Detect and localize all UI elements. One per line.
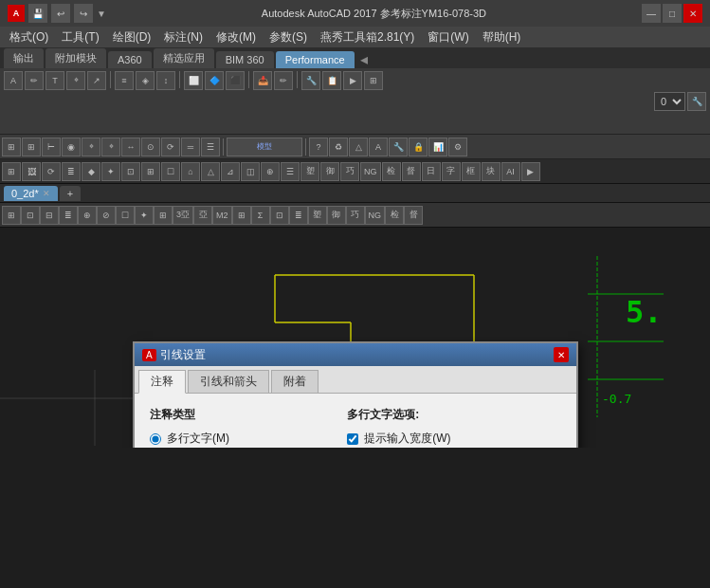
chk-prompt-width[interactable]: 提示输入宽度(W)	[347, 431, 561, 447]
tb2-19[interactable]: NG	[360, 162, 381, 181]
menu-modify[interactable]: 修改(M)	[210, 28, 262, 47]
minimize-btn[interactable]: —	[642, 4, 661, 23]
tb3-4[interactable]: ≣	[59, 206, 78, 225]
close-btn[interactable]: ✕	[683, 4, 702, 23]
tb2-25[interactable]: 块	[482, 162, 501, 181]
tab-more-btn[interactable]: ◂	[360, 50, 368, 68]
doc-tab-new[interactable]: +	[60, 186, 81, 201]
ribbon-btn-9[interactable]: ⬜	[184, 71, 203, 90]
menu-yanxiu[interactable]: 燕秀工具箱2.81(Y)	[315, 28, 420, 47]
canvas-area[interactable]: 5. -0.7 A 引线设置 ✕ 注释 引线和箭头 附着 注释类型	[0, 228, 710, 448]
radio-mtext-input[interactable]	[150, 433, 161, 445]
ribbon-btn-13[interactable]: ✏	[274, 71, 293, 90]
layer-select[interactable]: 0	[654, 92, 685, 111]
tb3-13[interactable]: ⊞	[232, 206, 251, 225]
ribbon-btn-14[interactable]: 🔧	[301, 71, 320, 90]
tb3-11[interactable]: 亞	[193, 206, 212, 225]
tb2-27[interactable]: ▶	[521, 162, 540, 181]
tb3-3[interactable]: ⊟	[40, 206, 59, 225]
menu-dimension[interactable]: 标注(N)	[158, 28, 209, 47]
ribbon-btn-12[interactable]: 📥	[253, 71, 272, 90]
tb2-23[interactable]: 字	[442, 162, 461, 181]
tb-qp[interactable]: ?	[309, 138, 328, 156]
tab-performance[interactable]: Performance	[276, 51, 355, 68]
menu-tools[interactable]: 工具(T)	[56, 28, 104, 47]
tb-ducs[interactable]: ⊙	[141, 138, 160, 156]
tb2-21[interactable]: 督	[402, 162, 421, 181]
tb2-17[interactable]: 御	[320, 162, 339, 181]
tab-a360[interactable]: A360	[108, 51, 152, 68]
layer-btn[interactable]: 🔧	[687, 92, 706, 111]
tb3-1[interactable]: ⊞	[2, 206, 21, 225]
tb3-14[interactable]: Σ	[251, 206, 270, 225]
tb2-2[interactable]: 🖼	[22, 162, 41, 181]
tb2-4[interactable]: ≣	[62, 162, 81, 181]
dialog-tab-annotation[interactable]: 注释	[138, 370, 186, 394]
tb-lw[interactable]: ═	[181, 138, 200, 156]
tb3-15[interactable]: ⊡	[270, 206, 289, 225]
tb-coord[interactable]: 模型	[227, 138, 302, 156]
tb2-5[interactable]: ◆	[82, 162, 100, 181]
dialog-close-button[interactable]: ✕	[554, 347, 569, 362]
tb2-13[interactable]: ◫	[241, 162, 260, 181]
tab-featured[interactable]: 精选应用	[154, 48, 214, 68]
tb3-19[interactable]: 巧	[346, 206, 365, 225]
tb-3dosnap[interactable]: ⌖	[101, 138, 120, 156]
tb-dyn[interactable]: ⟳	[161, 138, 180, 156]
tb2-6[interactable]: ✦	[101, 162, 120, 181]
tb3-8[interactable]: ✦	[135, 206, 154, 225]
ribbon-btn-10[interactable]: 🔷	[205, 71, 224, 90]
dialog-tab-leader-arrow[interactable]: 引线和箭头	[188, 370, 269, 393]
tb-unlock[interactable]: 🔒	[409, 138, 428, 156]
tb-ortho[interactable]: ⊢	[42, 138, 61, 156]
undo-btn[interactable]: ↩	[51, 4, 70, 23]
tb-grid[interactable]: ⊞	[22, 138, 41, 156]
tab-bim360[interactable]: BIM 360	[216, 51, 274, 68]
menu-format[interactable]: 格式(O)	[4, 28, 54, 47]
tb2-11[interactable]: △	[201, 162, 220, 181]
tb-snap[interactable]: ⊞	[2, 138, 21, 156]
tb3-10[interactable]: 3亞	[173, 206, 193, 225]
ribbon-btn-17[interactable]: ⊞	[364, 71, 383, 90]
menu-params[interactable]: 参数(S)	[264, 28, 313, 47]
ribbon-btn-6[interactable]: ≡	[115, 71, 134, 90]
tb-tp[interactable]: ☰	[201, 138, 220, 156]
tb2-20[interactable]: 检	[382, 162, 401, 181]
tb2-18[interactable]: 巧	[340, 162, 359, 181]
tb2-7[interactable]: ⊡	[121, 162, 140, 181]
tb2-10[interactable]: ⌂	[181, 162, 200, 181]
tb-polar[interactable]: ◉	[62, 138, 81, 156]
ribbon-btn-1[interactable]: A	[4, 71, 23, 90]
tb3-2[interactable]: ⊡	[21, 206, 40, 225]
tb-otrack[interactable]: ↔	[121, 138, 140, 156]
menu-draw[interactable]: 绘图(D)	[107, 28, 157, 47]
tb3-17[interactable]: 塑	[308, 206, 327, 225]
tb3-16[interactable]: ≣	[289, 206, 308, 225]
tb2-26[interactable]: AI	[501, 162, 520, 181]
tb-perf[interactable]: 📊	[428, 138, 447, 156]
tb-anno[interactable]: A	[369, 138, 388, 156]
ribbon-btn-11[interactable]: ⬛	[226, 71, 245, 90]
ribbon-btn-4[interactable]: ⌖	[66, 71, 85, 90]
tb-sc[interactable]: ♻	[329, 138, 348, 156]
radio-mtext[interactable]: 多行文字(M)	[150, 431, 328, 447]
ribbon-btn-7[interactable]: ◈	[136, 71, 155, 90]
doc-tab-close-0[interactable]: ✕	[43, 189, 50, 198]
tb3-7[interactable]: ☐	[116, 206, 135, 225]
dialog-tab-attachment[interactable]: 附着	[271, 370, 319, 393]
tb3-20[interactable]: NG	[365, 206, 386, 225]
tb2-9[interactable]: ☐	[161, 162, 180, 181]
tab-addons[interactable]: 附加模块	[46, 48, 106, 68]
tb3-9[interactable]: ⊞	[154, 206, 173, 225]
tb2-15[interactable]: ☰	[281, 162, 300, 181]
redo-btn[interactable]: ↪	[74, 4, 93, 23]
tb2-8[interactable]: ⊞	[141, 162, 160, 181]
quick-save-btn[interactable]: 💾	[28, 4, 47, 23]
menu-window[interactable]: 窗口(W)	[422, 28, 474, 47]
menu-help[interactable]: 帮助(H)	[477, 28, 527, 47]
tb3-21[interactable]: 检	[385, 206, 404, 225]
doc-tab-0[interactable]: 0_2d* ✕	[4, 186, 58, 201]
tb-sel[interactable]: △	[349, 138, 368, 156]
tb-osnap[interactable]: ⌖	[82, 138, 100, 156]
ribbon-btn-15[interactable]: 📋	[322, 71, 341, 90]
